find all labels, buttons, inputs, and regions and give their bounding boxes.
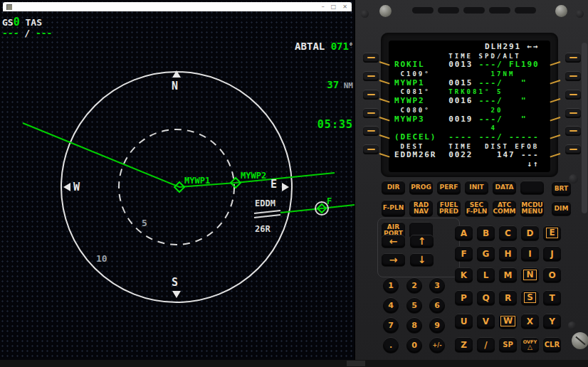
key-c[interactable]: C bbox=[499, 225, 517, 240]
taskbar-item[interactable] bbox=[347, 361, 365, 366]
window-maximize-button[interactable]: □ bbox=[331, 4, 337, 10]
key-fuel-pred[interactable]: FUEL PRED bbox=[437, 200, 461, 216]
key-7[interactable]: 7 bbox=[383, 317, 399, 333]
cardinal-s: S bbox=[172, 276, 178, 289]
key-blank[interactable] bbox=[520, 181, 544, 194]
screw-icon bbox=[379, 5, 392, 17]
key-2[interactable]: 2 bbox=[406, 277, 422, 293]
window-close-button[interactable]: ✕ bbox=[342, 4, 347, 10]
key-8[interactable]: 8 bbox=[406, 317, 422, 333]
key-h[interactable]: H bbox=[499, 246, 517, 261]
key-perf[interactable]: PERF bbox=[437, 181, 461, 194]
lsk-l4[interactable] bbox=[363, 108, 379, 118]
mcdu-screen-row: ROKIL 0013 ---/ FL190 bbox=[394, 60, 550, 70]
key-k[interactable]: K bbox=[455, 267, 473, 282]
key-3[interactable]: 3 bbox=[429, 277, 445, 293]
mcdu-screen-text: 17NM bbox=[491, 70, 515, 78]
mcdu-screen-text: C109° bbox=[394, 70, 431, 78]
key-sec-f-pln[interactable]: SEC F-PLN bbox=[465, 200, 488, 216]
mcdu-screen-text bbox=[473, 150, 497, 159]
lsk-r4[interactable] bbox=[565, 108, 581, 118]
key-9[interactable]: 9 bbox=[429, 317, 445, 333]
key-m[interactable]: M bbox=[499, 267, 517, 282]
key-p[interactable]: P bbox=[455, 290, 473, 305]
key-clr[interactable]: CLR bbox=[543, 337, 561, 352]
key-init[interactable]: INIT bbox=[465, 181, 488, 194]
key-dir[interactable]: DIR bbox=[382, 181, 405, 194]
key-data[interactable]: DATA bbox=[493, 181, 516, 194]
key-a[interactable]: A bbox=[455, 225, 473, 240]
key-sp[interactable]: SP bbox=[499, 337, 517, 352]
screw-icon bbox=[555, 5, 567, 17]
key-j[interactable]: J bbox=[543, 246, 561, 261]
window-minimize-button[interactable]: – bbox=[322, 4, 325, 10]
key-g[interactable]: G bbox=[477, 246, 495, 261]
key-z[interactable]: Z bbox=[455, 337, 473, 352]
lsk-r3[interactable] bbox=[565, 90, 581, 100]
key-atc-comm[interactable]: ATC COMM bbox=[493, 200, 516, 216]
mcdu-screen-text: " bbox=[521, 78, 527, 87]
key-v[interactable]: V bbox=[477, 314, 495, 329]
lsk-r5[interactable] bbox=[565, 126, 581, 136]
key-f[interactable]: F bbox=[455, 246, 473, 261]
mcdu-screen-row: MYWP2 0016 ---/ " bbox=[394, 97, 550, 106]
mcdu-screen-text: " bbox=[521, 96, 527, 105]
fix-f-label: F bbox=[327, 196, 332, 206]
lsk-l2[interactable] bbox=[363, 71, 379, 81]
key-slew-left[interactable]: ← bbox=[382, 235, 405, 248]
key--[interactable]: +/- bbox=[429, 337, 445, 353]
key-mcdu-menu[interactable]: MCDU MENU bbox=[520, 200, 544, 216]
lsk-l6[interactable] bbox=[363, 144, 379, 154]
key-s[interactable]: S bbox=[521, 290, 539, 305]
lsk-r6[interactable] bbox=[565, 144, 581, 154]
key-slew-right[interactable]: → bbox=[382, 253, 405, 266]
key-w[interactable]: W bbox=[499, 314, 517, 329]
flight-sim-desktop: GS0 TAS --- / --- ABTAL 071° 37 NM 05:35… bbox=[0, 0, 588, 367]
key-dim[interactable]: DIM bbox=[552, 201, 571, 216]
key-rad-nav[interactable]: RAD NAV bbox=[409, 200, 433, 216]
key-q[interactable]: Q bbox=[477, 290, 495, 305]
key-slew-up[interactable]: ↑ bbox=[410, 235, 434, 248]
knob-screw-icon[interactable] bbox=[572, 332, 588, 349]
key-brt[interactable]: BRT bbox=[552, 181, 571, 196]
key-f-pln[interactable]: F-PLN bbox=[382, 200, 405, 216]
key-b[interactable]: B bbox=[477, 225, 495, 240]
key-ovfy[interactable]: OVFY△ bbox=[521, 337, 539, 352]
key-o[interactable]: O bbox=[543, 267, 561, 282]
lsk-r1[interactable] bbox=[565, 53, 581, 63]
key--[interactable]: / bbox=[477, 337, 495, 352]
next-waypoint-bearing: 071 bbox=[331, 41, 349, 52]
function-key-row-2: F-PLNRAD NAVFUEL PREDSEC F-PLNATC COMMMC… bbox=[382, 200, 544, 216]
mcdu-screen-row: ↓↑ bbox=[394, 160, 550, 169]
key-0[interactable]: 0 bbox=[406, 337, 422, 353]
mywp1-label: MYWP1 bbox=[184, 176, 210, 186]
mcdu-screen-text: EDDM26R bbox=[394, 150, 436, 159]
mcdu-screen-text bbox=[431, 88, 448, 95]
lsk-l5[interactable] bbox=[363, 126, 379, 136]
mcdu-screen-text: 147 bbox=[497, 150, 515, 159]
lsk-l1[interactable] bbox=[363, 53, 379, 63]
window-titlebar[interactable]: – □ ✕ bbox=[3, 2, 352, 11]
key-4[interactable]: 4 bbox=[383, 297, 399, 313]
key-y[interactable]: Y bbox=[543, 314, 561, 329]
lsk-dash-icon bbox=[367, 57, 375, 59]
key-1[interactable]: 1 bbox=[383, 277, 399, 293]
key-t[interactable]: T bbox=[543, 290, 561, 305]
key-d[interactable]: D bbox=[521, 225, 539, 240]
key-l[interactable]: L bbox=[477, 267, 495, 282]
key-e[interactable]: E bbox=[543, 225, 561, 240]
key-5[interactable]: 5 bbox=[406, 297, 422, 313]
lsk-r2[interactable] bbox=[565, 71, 581, 81]
key-i[interactable]: I bbox=[521, 246, 539, 261]
key-slew-down[interactable]: ↓ bbox=[410, 253, 434, 266]
key-x[interactable]: X bbox=[521, 314, 539, 329]
key-r[interactable]: R bbox=[499, 290, 517, 305]
key-prog[interactable]: PROG bbox=[409, 181, 433, 194]
key-6[interactable]: 6 bbox=[429, 297, 445, 313]
mcdu-screen-text bbox=[424, 60, 448, 69]
key-n[interactable]: N bbox=[521, 267, 539, 282]
lsk-l3[interactable] bbox=[363, 90, 379, 100]
key-u[interactable]: U bbox=[455, 314, 473, 329]
nd-window: GS0 TAS --- / --- ABTAL 071° 37 NM 05:35… bbox=[0, 0, 355, 367]
key--[interactable]: . bbox=[383, 337, 399, 353]
